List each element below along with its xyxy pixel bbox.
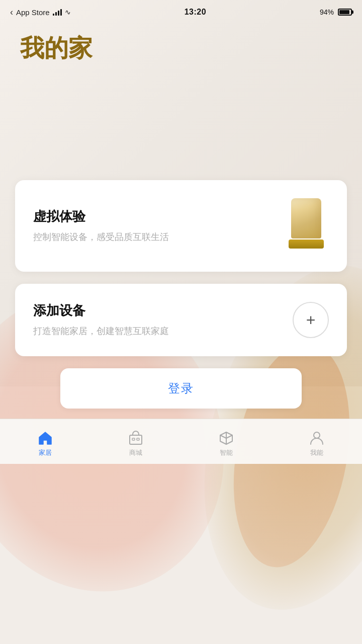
svg-rect-1 — [132, 438, 135, 440]
add-device-title: 添加设备 — [33, 302, 283, 319]
svg-rect-2 — [137, 438, 139, 440]
virtual-experience-card[interactable]: 虚拟体验 控制智能设备，感受品质互联生活 — [15, 180, 347, 272]
add-device-button[interactable]: + — [293, 302, 329, 338]
virtual-experience-title: 虚拟体验 — [33, 208, 274, 225]
smart-icon — [218, 430, 234, 446]
svg-rect-0 — [130, 435, 142, 444]
status-bar: ‹ App Store ∿ 13:20 94% — [0, 0, 362, 22]
status-carrier: ‹ App Store ∿ — [10, 7, 71, 18]
nav-mine[interactable]: 我能 — [272, 419, 362, 464]
back-icon: ‹ — [10, 7, 13, 18]
mall-icon — [128, 430, 144, 446]
svg-point-3 — [314, 432, 320, 438]
nav-mine-label: 我能 — [310, 448, 323, 457]
nav-mall[interactable]: 商城 — [90, 419, 181, 464]
lamp-icon — [284, 198, 329, 254]
virtual-experience-content: 虚拟体验 控制智能设备，感受品质互联生活 — [33, 208, 274, 244]
status-time: 13:20 — [185, 8, 206, 17]
login-section: 登录 — [0, 368, 362, 409]
lamp-shade — [291, 198, 321, 238]
wifi-icon: ∿ — [65, 8, 71, 16]
plus-icon: + — [306, 311, 316, 330]
add-device-content: 添加设备 打造智能家居，创建智慧互联家庭 — [33, 302, 283, 338]
add-device-subtitle: 打造智能家居，创建智慧互联家庭 — [33, 325, 283, 338]
mine-icon — [309, 430, 325, 446]
battery-icon — [338, 9, 352, 16]
nav-smart-label: 智能 — [220, 448, 233, 457]
nav-home[interactable]: 家居 — [0, 419, 90, 464]
nav-smart[interactable]: 智能 — [181, 419, 272, 464]
home-icon — [37, 430, 53, 446]
virtual-experience-subtitle: 控制智能设备，感受品质互联生活 — [33, 230, 274, 244]
carrier-text: App Store — [16, 8, 50, 17]
login-button[interactable]: 登录 — [60, 368, 302, 409]
bottom-nav: 家居 商城 智能 我能 — [0, 419, 362, 464]
add-device-card[interactable]: 添加设备 打造智能家居，创建智慧互联家庭 + — [15, 284, 347, 356]
status-battery: 94% — [320, 8, 352, 16]
nav-home-label: 家居 — [39, 448, 52, 457]
page-title: 我的家 — [15, 32, 347, 64]
battery-percent: 94% — [320, 8, 334, 16]
lamp-base — [289, 239, 324, 249]
page-content: 我的家 虚拟体验 控制智能设备，感受品质互联生活 添加设备 打造智能家居，创建智… — [0, 32, 362, 356]
signal-icon — [53, 9, 62, 16]
nav-mall-label: 商城 — [129, 448, 142, 457]
